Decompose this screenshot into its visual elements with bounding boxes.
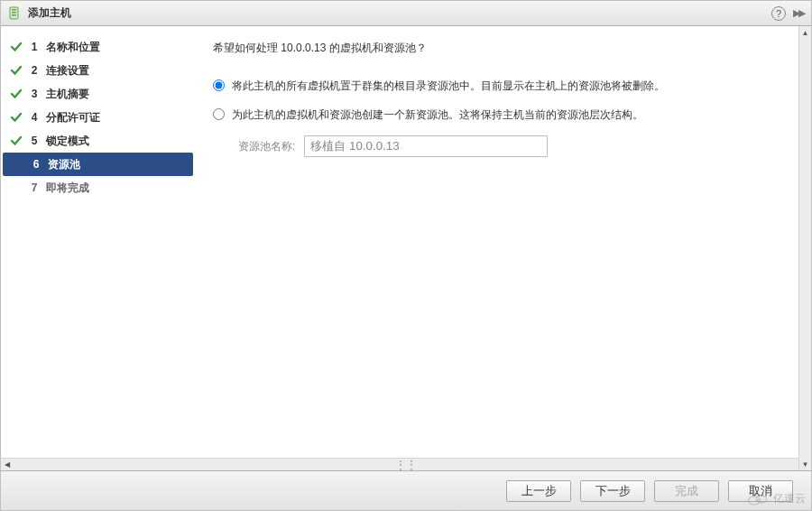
question-text: 希望如何处理 10.0.0.13 的虚拟机和资源池？ [213, 41, 793, 56]
svg-rect-1 [12, 9, 16, 11]
main-panel: 希望如何处理 10.0.0.13 的虚拟机和资源池？ 将此主机的所有虚拟机置于群… [195, 26, 811, 458]
svg-rect-2 [12, 12, 16, 14]
step-name-location[interactable]: 1 名称和位置 [1, 35, 195, 59]
step-resource-pool[interactable]: 6 资源池 [3, 153, 193, 176]
step-lockdown[interactable]: 5 锁定模式 [1, 129, 195, 153]
option-root-pool[interactable]: 将此主机的所有虚拟机置于群集的根目录资源池中。目前显示在主机上的资源池将被删除。 [213, 78, 793, 94]
window-title: 添加主机 [28, 5, 71, 21]
cancel-button[interactable]: 取消 [728, 480, 793, 502]
check-icon [10, 135, 23, 147]
horizontal-scrollbar[interactable]: ◀ ⋮⋮ ▶ [1, 458, 811, 470]
wizard-steps: 1 名称和位置 2 连接设置 3 主机摘要 4 分配许可证 5 锁定模式 [1, 26, 195, 458]
check-placeholder [10, 181, 23, 194]
radio-root-pool[interactable] [213, 79, 225, 91]
back-button[interactable]: 上一步 [506, 480, 571, 502]
step-license[interactable]: 4 分配许可证 [1, 106, 195, 129]
titlebar: 添加主机 ? ▶▶ [1, 1, 811, 26]
help-icon[interactable]: ? [771, 6, 786, 21]
scroll-left-icon[interactable]: ◀ [1, 460, 14, 469]
check-placeholder [12, 158, 24, 171]
check-icon [10, 64, 23, 77]
host-icon [8, 6, 21, 21]
step-summary[interactable]: 3 主机摘要 [1, 82, 195, 106]
vertical-scrollbar[interactable]: ▲ ▼ [798, 26, 811, 470]
expand-icon[interactable]: ▶▶ [793, 7, 804, 19]
scroll-down-icon[interactable]: ▼ [799, 458, 811, 470]
pool-name-input[interactable] [304, 135, 548, 157]
scroll-up-icon[interactable]: ▲ [799, 26, 811, 39]
footer: 上一步 下一步 完成 取消 [1, 470, 811, 510]
svg-rect-3 [12, 14, 16, 16]
step-connection[interactable]: 2 连接设置 [1, 59, 195, 82]
check-icon [10, 88, 23, 100]
radio-new-pool[interactable] [213, 108, 225, 120]
check-icon [10, 41, 23, 53]
step-ready[interactable]: 7 即将完成 [1, 176, 195, 200]
check-icon [10, 111, 23, 124]
finish-button: 完成 [654, 480, 719, 502]
option-new-pool[interactable]: 为此主机的虚拟机和资源池创建一个新资源池。这将保持主机当前的资源池层次结构。 [213, 107, 793, 123]
splitter-handle-icon[interactable]: ⋮⋮ [395, 459, 417, 471]
pool-name-label: 资源池名称: [238, 139, 295, 154]
next-button[interactable]: 下一步 [580, 480, 645, 502]
